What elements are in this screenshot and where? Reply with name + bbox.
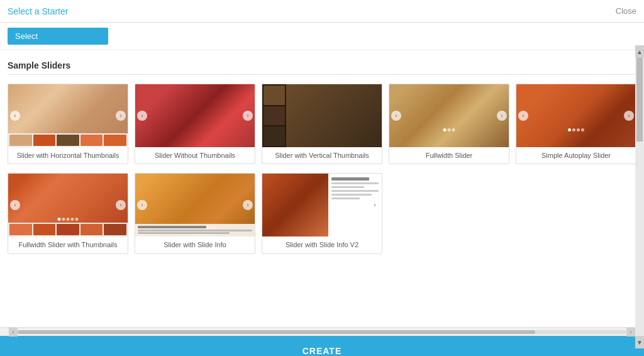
close-button[interactable]: Close [616,6,636,16]
select-dropdown[interactable]: Select [8,28,108,45]
dot-6-3 [67,218,70,221]
scroll-right-button[interactable]: › [626,328,635,337]
card-label-7: Slider with Slide Info [135,236,255,253]
dot-5-3 [577,128,580,131]
dots-6 [58,218,79,221]
card-fullwidth-slider[interactable]: ‹ › Fullwidth Slider [389,84,509,164]
dot-6-4 [71,218,74,221]
card-img-3 [262,84,382,147]
main-slide-area [286,84,382,147]
info-v2-line5 [331,197,360,199]
dot-6-1 [58,218,61,221]
scrollbar-thumb-v [636,58,643,142]
card-fullwidth-thumbs[interactable]: ‹ › [8,173,128,253]
vertical-scrollbar: ▲ ▼ [635,45,644,348]
card-img-2: ‹ › [135,84,255,147]
thumb-6-3 [57,224,79,235]
vertical-thumbs [262,84,286,147]
card-label-6: Fullwidth Slider with Thumbnails [8,236,128,253]
dot-5-4 [581,128,584,131]
card-slider-vertical-thumbs[interactable]: Slider with Vertical Thumbnails [262,84,382,164]
select-bar: Select [0,23,644,50]
dot-4-1 [443,128,447,131]
arrow-left-4: ‹ [391,111,401,121]
thumb-strip-6 [8,223,128,236]
dots-5 [568,128,584,131]
arrow-left-5: ‹ [518,111,528,121]
card-img-8-left: › [262,174,328,236]
dot-4-3 [452,128,455,131]
modal-title: Select a Starter [8,6,69,16]
scroll-down-button[interactable]: ▼ [635,336,644,348]
card-label-5: Simple Autoplay Slider [516,147,636,164]
dots-4 [443,128,455,131]
thumb-6-4 [80,224,103,235]
thumb-1-3 [57,135,79,146]
vthumb-1 [264,86,285,105]
card-slide-info[interactable]: ‹ › Slider with Slide Info [135,173,255,253]
thumb-6-5 [104,224,126,235]
card-img-8: › [262,174,382,236]
thumb-1-2 [33,135,56,146]
bottom-scrollbar: ‹ › [0,327,644,336]
vthumb-3 [264,126,285,146]
main-wrapper: Select Sample Sliders ‹ › [0,23,644,356]
scrollbar-track-h [18,330,626,334]
arrow-right-5: › [624,111,634,121]
arrow-left-1: ‹ [10,111,20,121]
arrow-right-8: › [370,200,380,210]
arrow-right-1: › [116,111,126,121]
arrow-right-7: › [243,200,253,210]
card-label-1: Slider with Horizontal Thumbnails [8,147,128,164]
card-img-1: ‹ › [8,84,128,147]
thumb-1-5 [104,135,126,146]
slide-info-overlay-7 [135,224,255,236]
arrow-right-2: › [243,111,253,121]
info-line-title [138,226,206,228]
card-img-7: ‹ › [135,174,255,236]
thumb-strip-1 [8,133,128,147]
arrow-right-6: › [116,200,126,210]
card-slide-info-v2[interactable]: › Slider with Slide Info V2 [262,173,382,253]
card-label-4: Fullwidth Slider [389,147,509,164]
card-slider-no-thumbs[interactable]: ‹ › Slider Without Thumbnails [135,84,255,164]
dot-6-2 [62,218,65,221]
main-content[interactable]: Sample Sliders ‹ › [0,50,644,327]
thumb-1-1 [9,135,32,146]
card-img-4: ‹ › [389,84,509,147]
scrollbar-track-v [636,58,643,336]
card-label-8: Slider with Slide Info V2 [262,236,382,253]
dot-6-5 [75,218,79,221]
create-button[interactable]: CREATE [0,336,644,356]
scroll-left-button[interactable]: ‹ [9,328,18,337]
card-label-3: Slider with Vertical Thumbnails [262,147,382,164]
card-slider-horizontal-thumbs[interactable]: ‹ › Slider with Horizontal Thumbnails [8,84,128,164]
dot-5-1 [568,128,571,131]
vthumb-2 [264,106,285,126]
card-label-2: Slider Without Thumbnails [135,147,255,164]
section-title-sample-sliders: Sample Sliders [8,60,636,75]
card-img-6: ‹ › [8,174,128,236]
thumb-6-1 [9,224,32,235]
next-section-preview [8,264,636,274]
arrow-left-7: ‹ [137,200,147,210]
arrow-left-2: ‹ [137,111,147,121]
info-v2-line4 [331,194,372,196]
thumb-6-2 [33,224,56,235]
scrollbar-thumb-h [18,330,535,334]
dot-5-2 [572,128,575,131]
arrow-right-4: › [497,111,507,121]
info-v2-line3 [331,190,379,192]
dot-4-2 [448,128,451,131]
arrow-left-6: ‹ [10,200,20,210]
info-line-1 [138,230,252,231]
scroll-up-button[interactable]: ▲ [635,45,644,58]
info-line-2 [138,232,230,234]
info-v2-title [331,177,369,181]
thumb-1-4 [80,135,103,146]
content-area: Select Sample Sliders ‹ › [0,23,644,356]
modal-header: Select a Starter Close [0,0,644,23]
info-v2-line2 [331,186,365,188]
card-simple-autoplay[interactable]: ‹ › Simple Autoplay Slider [516,84,636,164]
info-v2-line1 [331,182,379,184]
